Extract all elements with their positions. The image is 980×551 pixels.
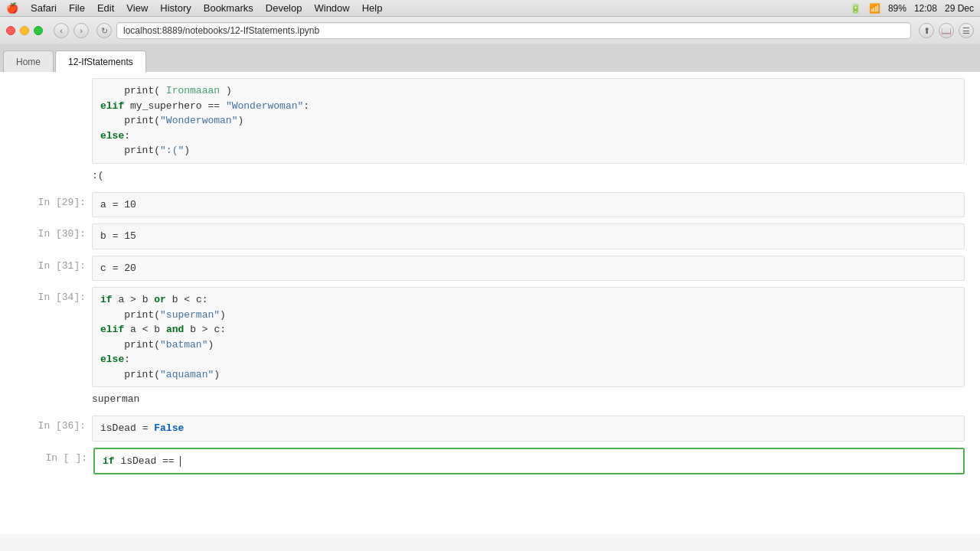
code-line: print("aquaman"): [100, 367, 956, 383]
address-bar[interactable]: localhost:8889/notebooks/12-IfStatements…: [116, 22, 911, 39]
notebook-area[interactable]: print( Ironmaaan ) elif my_superhero == …: [0, 72, 980, 534]
output-top-label: [15, 168, 92, 183]
code-line: else:: [100, 352, 956, 367]
minimize-button[interactable]: [20, 26, 29, 35]
battery-percent: 89%: [888, 3, 906, 14]
cell-31: In [31]: c = 20: [0, 253, 980, 285]
code-line: if isDead ==: [103, 454, 956, 469]
cell-34-label: In [34]:: [15, 287, 92, 387]
apple-menu[interactable]: 🍎: [6, 2, 18, 14]
menu-window[interactable]: Window: [314, 2, 349, 14]
macos-menubar: 🍎 Safari File Edit View History Bookmark…: [0, 0, 980, 17]
forward-button[interactable]: ›: [74, 23, 89, 38]
cell-31-label: In [31]:: [15, 256, 92, 282]
menubar-right: 🔋 📶 89% 12:08 29 Dec: [850, 3, 974, 14]
tab-home-label: Home: [16, 57, 41, 67]
cell-31-content[interactable]: c = 20: [92, 256, 965, 282]
code-line: print("batman"): [100, 337, 956, 353]
code-line: elif my_superhero == "Wonderwoman":: [100, 99, 956, 114]
menu-edit[interactable]: Edit: [97, 2, 114, 14]
tab-home[interactable]: Home: [3, 51, 54, 72]
code-line: print(":("): [100, 143, 956, 158]
output-34-content: superman: [92, 392, 139, 406]
traffic-lights: [6, 26, 43, 35]
url-text: localhost:8889/notebooks/12-IfStatements…: [123, 25, 319, 36]
bookmark-button[interactable]: 📖: [939, 23, 954, 38]
cell-30-label: In [30]:: [15, 223, 92, 249]
cell-36: In [36]: isDead = False: [0, 412, 980, 445]
menu-view[interactable]: View: [126, 2, 148, 14]
menu-history[interactable]: History: [160, 2, 191, 14]
output-34: superman: [0, 390, 980, 412]
cell-active: In [ ]: if isDead ==: [0, 445, 980, 478]
clock: 12:08: [914, 3, 937, 14]
close-button[interactable]: [6, 26, 15, 35]
output-top-content: :(: [92, 168, 104, 183]
sidebar-button[interactable]: ☰: [959, 23, 974, 38]
output-top: :(: [0, 167, 980, 189]
tab-ifstatements-label: 12-IfStatements: [68, 57, 133, 67]
cell-top-content[interactable]: print( Ironmaaan ) elif my_superhero == …: [92, 78, 965, 164]
reload-button[interactable]: ↻: [96, 23, 112, 38]
code-line: print( Ironmaaan ): [100, 83, 956, 99]
cell-36-label: In [36]:: [15, 416, 92, 442]
cell-30: In [30]: b = 15: [0, 220, 980, 253]
battery-icon: 🔋: [850, 3, 861, 14]
cell-top-label: [15, 78, 92, 164]
cell-29: In [29]: a = 10: [0, 189, 980, 221]
code-line: isDead = False: [100, 421, 956, 436]
menu-file[interactable]: File: [69, 2, 85, 14]
cell-34: In [34]: if a > b or b < c: print("super…: [0, 284, 980, 390]
cell-36-content[interactable]: isDead = False: [92, 416, 965, 442]
code-line: elif a < b and b > c:: [100, 322, 956, 337]
output-34-label: [15, 392, 92, 406]
code-line: else:: [100, 129, 956, 144]
cell-34-content[interactable]: if a > b or b < c: print("superman") eli…: [92, 287, 965, 387]
tab-ifstatements[interactable]: 12-IfStatements: [55, 51, 146, 72]
share-button[interactable]: ⬆: [919, 23, 934, 38]
cell-active-content[interactable]: if isDead ==: [93, 448, 965, 475]
date: 29 Dec: [945, 3, 974, 14]
browser-toolbar: ‹ › ↻ localhost:8889/notebooks/12-IfStat…: [0, 17, 980, 44]
code-line: print("superman"): [100, 308, 956, 323]
menu-develop[interactable]: Develop: [266, 2, 302, 14]
wifi-icon: 📶: [869, 3, 880, 14]
cell-top: print( Ironmaaan ) elif my_superhero == …: [0, 72, 980, 167]
cell-29-content[interactable]: a = 10: [92, 192, 965, 218]
text-cursor: [180, 456, 181, 467]
code-line: a = 10: [100, 197, 956, 213]
tab-bar: Home 12-IfStatements: [0, 44, 980, 72]
cell-29-label: In [29]:: [15, 192, 92, 218]
code-line: b = 15: [100, 229, 956, 244]
back-button[interactable]: ‹: [54, 23, 69, 38]
cell-active-label: In [ ]:: [17, 448, 93, 475]
code-line: c = 20: [100, 261, 956, 276]
code-line: print("Wonderwoman"): [100, 113, 956, 129]
menu-safari[interactable]: Safari: [31, 2, 57, 14]
menu-bookmarks[interactable]: Bookmarks: [204, 2, 253, 14]
fullscreen-button[interactable]: [34, 26, 43, 35]
menu-help[interactable]: Help: [362, 2, 383, 14]
cell-30-content[interactable]: b = 15: [92, 223, 965, 249]
code-line: if a > b or b < c:: [100, 292, 956, 308]
